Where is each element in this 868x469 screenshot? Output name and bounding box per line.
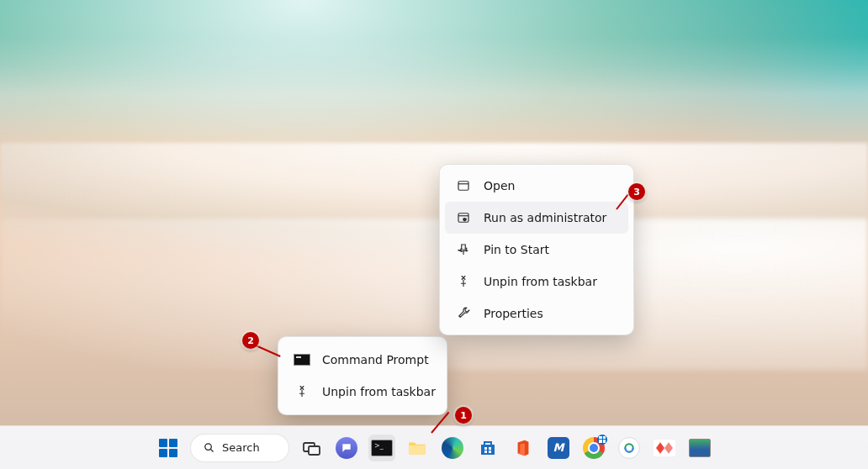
unpin-icon: [455, 273, 472, 290]
office-button[interactable]: [510, 435, 537, 461]
command-prompt-icon: [294, 351, 310, 368]
command-prompt-button[interactable]: >_: [368, 435, 395, 461]
jump-item-label: Command Prompt: [322, 353, 429, 366]
properties-icon: [455, 305, 472, 322]
svg-rect-9: [484, 447, 487, 450]
svg-rect-10: [489, 447, 491, 450]
taskbar: Search >_ M: [0, 425, 868, 469]
jump-item-command-prompt[interactable]: Command Prompt: [283, 344, 442, 376]
menu-item-label: Pin to Start: [484, 243, 549, 256]
image-viewer-icon: [689, 439, 711, 457]
window-icon: [455, 177, 472, 194]
file-explorer-button[interactable]: [404, 435, 431, 461]
annotation-badge-3: 3: [628, 183, 645, 200]
windows-logo-icon: [159, 439, 177, 457]
folder-icon: [406, 437, 428, 459]
menu-unpin-from-taskbar[interactable]: Unpin from taskbar: [445, 266, 628, 298]
svg-line-6: [210, 449, 213, 451]
task-view-icon: [301, 438, 321, 458]
remote-app-button[interactable]: [616, 435, 643, 461]
jump-item-label: Unpin from taskbar: [322, 385, 436, 398]
jump-item-unpin-from-taskbar[interactable]: Unpin from taskbar: [283, 376, 442, 408]
app-m-icon: M: [548, 437, 569, 459]
search-label: Search: [222, 441, 260, 454]
start-button[interactable]: [155, 435, 182, 461]
svg-rect-2: [458, 213, 468, 223]
svg-rect-12: [489, 451, 491, 453]
menu-item-label: Unpin from taskbar: [484, 275, 597, 288]
menu-item-label: Properties: [484, 307, 543, 320]
menu-run-as-administrator[interactable]: Run as administrator: [445, 202, 628, 234]
chat-button[interactable]: [333, 435, 360, 461]
taskbar-jump-list: Command Prompt Unpin from taskbar: [278, 336, 447, 415]
menu-properties[interactable]: Properties: [445, 298, 628, 329]
search-icon: [203, 441, 215, 454]
menu-open[interactable]: Open: [445, 170, 628, 202]
svg-rect-0: [458, 182, 468, 191]
anydesk-icon: [654, 440, 675, 456]
chrome-icon: [583, 437, 605, 459]
admin-shield-icon: [455, 209, 472, 226]
anydesk-button[interactable]: [651, 435, 678, 461]
microsoft-store-button[interactable]: [474, 435, 501, 461]
taskbar-search[interactable]: Search: [190, 434, 289, 462]
unpin-icon: [294, 383, 310, 400]
chat-icon: [336, 437, 357, 459]
remote-app-icon: [618, 437, 640, 459]
svg-rect-11: [484, 451, 487, 453]
office-icon: [514, 438, 532, 458]
command-prompt-icon: >_: [371, 440, 393, 456]
svg-point-5: [205, 444, 212, 451]
svg-rect-8: [309, 446, 320, 455]
context-menu: Open Run as administrator Pin to Start U…: [439, 164, 634, 335]
image-viewer-button[interactable]: [686, 435, 713, 461]
menu-item-label: Run as administrator: [484, 211, 606, 224]
task-view-button[interactable]: [298, 435, 325, 461]
menu-item-label: Open: [484, 179, 515, 192]
edge-button[interactable]: [439, 435, 466, 461]
annotation-badge-2: 2: [242, 332, 259, 349]
pin-icon: [455, 241, 472, 258]
annotation-badge-1: 1: [455, 407, 472, 424]
menu-pin-to-start[interactable]: Pin to Start: [445, 234, 628, 266]
store-icon: [478, 438, 498, 458]
chrome-button[interactable]: [580, 435, 607, 461]
app-m-button[interactable]: M: [545, 435, 572, 461]
edge-icon: [442, 437, 463, 459]
